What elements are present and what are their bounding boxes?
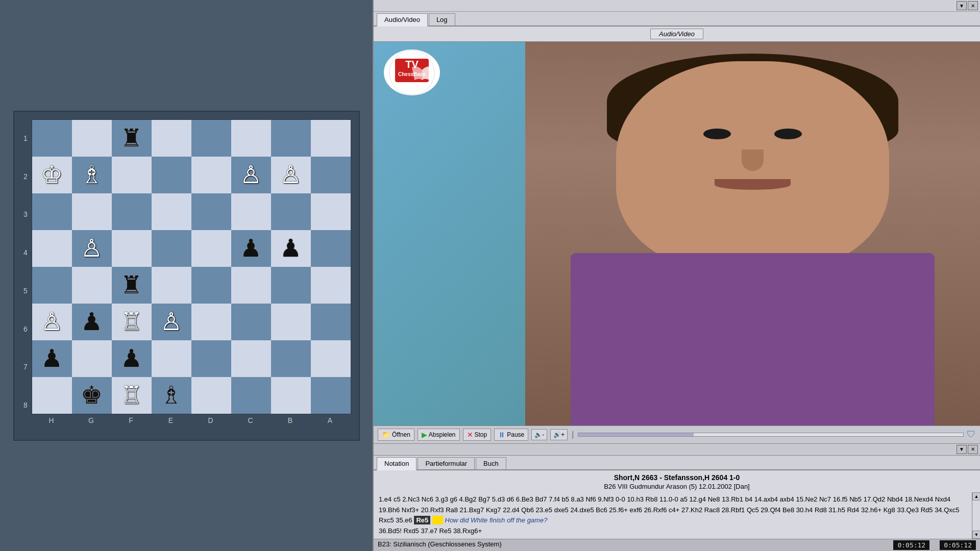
square-e1 (152, 120, 191, 157)
square-b1 (271, 120, 311, 157)
square-g3 (72, 193, 112, 230)
game-info-line2: B26 VIII Gudmundur Arason (5) 12.01.2002… (374, 483, 980, 492)
square-d6 (191, 304, 231, 340)
square-h3 (32, 193, 72, 230)
col-label-g: G (71, 416, 111, 424)
person-eye-left (703, 129, 730, 139)
bottom-minimize-button[interactable]: ▼ (957, 445, 967, 454)
tab-partieformular[interactable]: Partieformular (418, 457, 475, 469)
play-icon: ▶ (422, 431, 427, 439)
scroll-down-button[interactable]: ▼ (972, 531, 980, 539)
square-a1 (311, 120, 351, 157)
col-label-e: E (151, 416, 191, 424)
opening-name: B23: Sizilianisch (Geschlossenes System) (378, 540, 502, 550)
tab-notation[interactable]: Notation (377, 457, 416, 470)
square-f7: ♟ (112, 340, 152, 377)
scroll-up-button[interactable]: ▲ (972, 492, 980, 500)
tab-audio-video[interactable]: Audio/Video (377, 13, 428, 27)
square-b3 (271, 193, 311, 230)
square-f2 (112, 157, 152, 193)
col-label-a: A (310, 416, 350, 424)
square-f4 (112, 230, 152, 267)
scroll-track[interactable] (972, 500, 980, 531)
stop-button[interactable]: ✕ Stop (463, 429, 492, 441)
square-a2 (311, 157, 351, 193)
square-h8 (32, 377, 72, 414)
open-label: Öffnen (392, 431, 410, 438)
square-h2: ♔ (32, 157, 72, 193)
square-g4: ♙ (72, 230, 112, 267)
board-container: 1 2 3 4 5 6 7 8 ♜ (13, 111, 360, 441)
square-g6: ♟ (72, 304, 112, 340)
square-d8 (191, 377, 231, 414)
square-c4: ♟ (231, 230, 271, 267)
bottom-close-button[interactable]: ✕ (968, 445, 978, 454)
time-display: 0:05:12 0:05:12 (893, 540, 976, 550)
square-g5 (72, 267, 112, 304)
square-e3 (152, 193, 191, 230)
board-wrapper: 1 2 3 4 5 6 7 8 ♜ (22, 119, 351, 424)
game-info-line1: Short,N 2663 - Stefansson,H 2604 1-0 (374, 470, 980, 483)
square-c3 (231, 193, 271, 230)
square-a4 (311, 230, 351, 267)
separator: | (572, 430, 574, 439)
volume-down-button[interactable]: 🔉 - (531, 429, 547, 440)
square-d7 (191, 340, 231, 377)
open-button[interactable]: 📁 Öffnen (378, 429, 414, 441)
bottom-status-bar: B23: Sizilianisch (Geschlossenes System)… (374, 539, 980, 551)
bottom-panel: ▼ ✕ Notation Partieformular Buch Short,N… (374, 444, 980, 551)
square-e5 (152, 267, 191, 304)
av-sub-button[interactable]: Audio/Video (650, 29, 703, 39)
column-labels: H G F E D C B A (32, 416, 351, 424)
chess-board: ♜ ♔ ♗ ♙ ♙ (32, 119, 351, 414)
square-c7 (231, 340, 271, 377)
square-h1 (32, 120, 72, 157)
tab-log[interactable]: Log (429, 13, 455, 26)
vol-minus-label: - (542, 431, 544, 438)
square-a8 (311, 377, 351, 414)
minimize-button[interactable]: ▼ (957, 1, 967, 10)
bottom-title-bar: ▼ ✕ (374, 444, 980, 456)
square-f1: ♜ (112, 120, 152, 157)
row-labels: 1 2 3 4 5 6 7 8 (22, 119, 30, 424)
tab-buch[interactable]: Buch (476, 457, 506, 469)
open-icon: 📁 (382, 431, 390, 439)
top-tabs: Audio/Video Log (374, 12, 980, 27)
notation-area: 1.e4 c5 2.Nc3 Nc6 3.g3 g6 4.Bg2 Bg7 5.d3… (374, 492, 980, 539)
play-button[interactable]: ▶ Abspielen (418, 429, 460, 441)
vol-plus-label: + (561, 431, 565, 438)
square-c1 (231, 120, 271, 157)
pause-button[interactable]: ⏸ Pause (494, 429, 528, 441)
volume-down-icon: 🔉 (534, 431, 542, 438)
person-shirt (571, 253, 935, 425)
square-h4 (32, 230, 72, 267)
square-g8: ♚ (72, 377, 112, 414)
row-label-7: 7 (22, 348, 30, 385)
highlighted-move[interactable]: Re5 (414, 516, 430, 524)
notation-scrollbar[interactable]: ▲ ▼ (972, 492, 980, 539)
col-label-h: H (32, 416, 71, 424)
square-b8 (271, 377, 311, 414)
logo-background: TV ChessBase (384, 49, 440, 95)
col-label-d: D (191, 416, 231, 424)
video-area: TV ChessBase (374, 42, 980, 425)
tv-logo-svg: TV ChessBase (384, 49, 440, 95)
row-label-6: 6 (22, 311, 30, 347)
row-label-8: 8 (22, 387, 30, 423)
volume-up-button[interactable]: 🔊 + (550, 429, 568, 440)
volume-up-icon: 🔊 (553, 431, 561, 438)
close-button[interactable]: ✕ (968, 1, 978, 10)
square-h6: ♙ (32, 304, 72, 340)
square-a3 (311, 193, 351, 230)
right-panel: ▼ ✕ Audio/Video Log Audio/Video TV Chess… (373, 0, 980, 551)
square-b6 (271, 304, 311, 340)
col-label-b: B (271, 416, 310, 424)
person-mouth (715, 179, 791, 190)
person-video (525, 42, 980, 425)
controls-bar: 📁 Öffnen ▶ Abspielen ✕ Stop ⏸ Pause 🔉 - … (374, 425, 980, 444)
question-text: How did White finish off the game? (445, 516, 548, 524)
square-b7 (271, 340, 311, 377)
row-label-1: 1 (22, 120, 30, 157)
progress-bar[interactable] (578, 433, 964, 437)
stop-label: Stop (475, 431, 487, 438)
